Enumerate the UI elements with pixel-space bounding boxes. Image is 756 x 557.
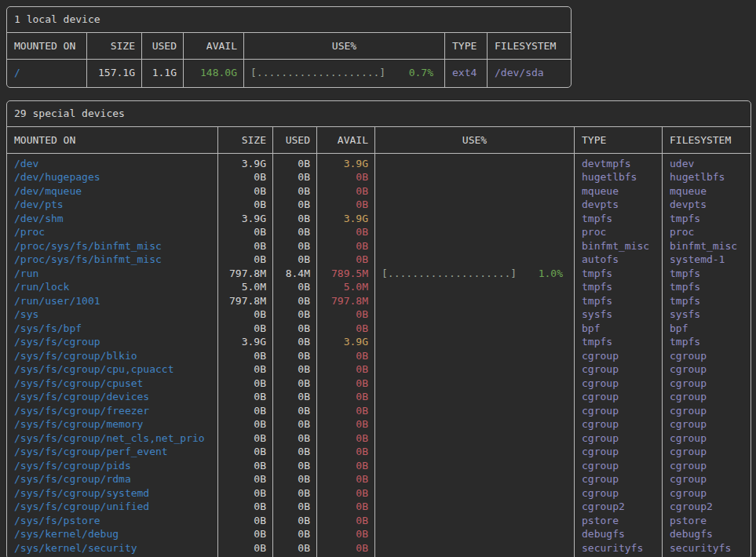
used-value: 0B <box>273 212 317 226</box>
local-devices-panel: 1 local device MOUNTED ONSIZEUSEDAVAILUS… <box>6 6 572 88</box>
header-col-used: USED <box>142 33 184 59</box>
fs-type: cgroup <box>575 431 663 446</box>
filesystem: cgroup <box>663 472 751 486</box>
fs-type: cgroup <box>575 362 663 377</box>
avail-value: 0B <box>317 253 375 267</box>
filesystem: bpf <box>663 322 751 336</box>
mount-point: /sys/kernel/debug <box>7 527 218 541</box>
used-value: 0B <box>273 404 317 418</box>
usage-percent: 0.7% <box>409 66 433 80</box>
avail-value: 0B <box>317 198 375 212</box>
avail-value: 0B <box>317 390 375 404</box>
filesystem: cgroup <box>663 377 751 391</box>
fs-type: pstore <box>575 514 663 528</box>
header-col-type: TYPE <box>445 33 488 59</box>
mount-point: /dev/hugepages <box>7 170 218 184</box>
use-percent <box>375 349 575 363</box>
fs-type: ext4 <box>445 60 488 87</box>
filesystem: cgroup <box>663 362 751 377</box>
size-value: 0B <box>218 417 273 431</box>
header-col-use-pct: USE% <box>375 127 575 153</box>
size-value: 0B <box>218 390 273 404</box>
size-value: 5.0M <box>218 280 273 294</box>
size-value: 0B <box>218 198 273 212</box>
avail-value: 0B <box>317 486 375 501</box>
avail-value: 789.5M <box>317 267 375 281</box>
used-value: 0B <box>273 322 317 336</box>
filesystem: debugfs <box>663 527 751 541</box>
duf-output: 1 local device MOUNTED ONSIZEUSEDAVAILUS… <box>0 0 756 557</box>
fs-type: proc <box>575 225 663 239</box>
used-value: 0B <box>273 225 317 239</box>
header-col-size: SIZE <box>87 33 142 59</box>
filesystem: sysfs <box>663 308 751 322</box>
mount-point: /proc/sys/fs/binfmt_misc <box>7 253 218 267</box>
avail-value: 0B <box>317 459 375 473</box>
used-value: 0B <box>273 459 317 473</box>
size-value: 0B <box>218 239 273 253</box>
filesystem: tmpfs <box>663 212 751 226</box>
size-value: 0B <box>218 225 273 239</box>
mount-point: /dev/shm <box>7 212 218 226</box>
fs-type: autofs <box>575 253 663 267</box>
size-value: 0B <box>218 253 273 267</box>
mount-point: /sys/fs/cgroup/pids <box>7 459 218 473</box>
filesystem: cgroup <box>663 486 751 501</box>
header-col-filesystem: FILESYSTEM <box>488 33 571 59</box>
header-col-filesystem: FILESYSTEM <box>663 127 751 153</box>
local-devices-header-row: MOUNTED ONSIZEUSEDAVAILUSE%TYPEFILESYSTE… <box>7 33 571 60</box>
filesystem: tmpfs <box>663 294 751 308</box>
avail-value: 0B <box>317 362 375 377</box>
fs-type: cgroup2 <box>575 500 663 514</box>
avail-value: 0B <box>317 527 375 541</box>
mount-point: /sys/fs/cgroup/freezer <box>7 404 218 418</box>
used-value: 0B <box>273 335 317 349</box>
mount-point: /dev/pts <box>7 198 218 212</box>
filesystem: cgroup <box>663 404 751 418</box>
header-col-avail: AVAIL <box>184 33 244 59</box>
filesystem: mqueue <box>663 184 751 198</box>
filesystem: cgroup2 <box>663 500 751 514</box>
mount-point: /sys/fs/cgroup/cpu,cpuacct <box>7 362 218 377</box>
used-value: 0B <box>273 445 317 459</box>
avail-value: 0B <box>317 417 375 431</box>
use-percent: [....................]1.0% <box>375 267 575 281</box>
mount-point: /dev/mqueue <box>7 184 218 198</box>
used-value: 0B <box>273 294 317 308</box>
mount-point: /sys/fs/cgroup/devices <box>7 390 218 404</box>
size-value: 797.8M <box>218 267 273 281</box>
size-value: 0B <box>218 486 273 501</box>
avail-value: 0B <box>317 541 375 557</box>
avail-value: 148.0G <box>184 60 244 87</box>
use-percent <box>375 500 575 514</box>
use-percent <box>375 390 575 404</box>
avail-value: 0B <box>317 472 375 486</box>
mount-point: /sys/fs/cgroup/blkio <box>7 349 218 363</box>
filesystem: tmpfs <box>663 267 751 281</box>
size-value: 0B <box>218 472 273 486</box>
used-value: 0B <box>273 362 317 377</box>
filesystem: securityfs <box>663 541 751 557</box>
use-percent <box>375 239 575 253</box>
avail-value: 0B <box>317 322 375 336</box>
avail-value: 0B <box>317 445 375 459</box>
special-devices-title: 29 special devices <box>7 101 751 127</box>
fs-type: hugetlbfs <box>575 170 663 184</box>
used-value: 0B <box>273 541 317 557</box>
use-percent <box>375 362 575 377</box>
filesystem: tmpfs <box>663 280 751 294</box>
use-percent <box>375 541 575 557</box>
usage-bar: [....................] <box>382 267 517 281</box>
size-value: 0B <box>218 445 273 459</box>
avail-value: 5.0M <box>317 280 375 294</box>
fs-type: bpf <box>575 322 663 336</box>
use-percent <box>375 335 575 349</box>
use-percent <box>375 184 575 198</box>
filesystem: pstore <box>663 514 751 528</box>
used-value: 0B <box>273 239 317 253</box>
used-value: 0B <box>273 514 317 528</box>
size-value: 0B <box>218 184 273 198</box>
fs-type: tmpfs <box>575 212 663 226</box>
used-value: 0B <box>273 349 317 363</box>
usage-percent: 1.0% <box>539 267 563 281</box>
